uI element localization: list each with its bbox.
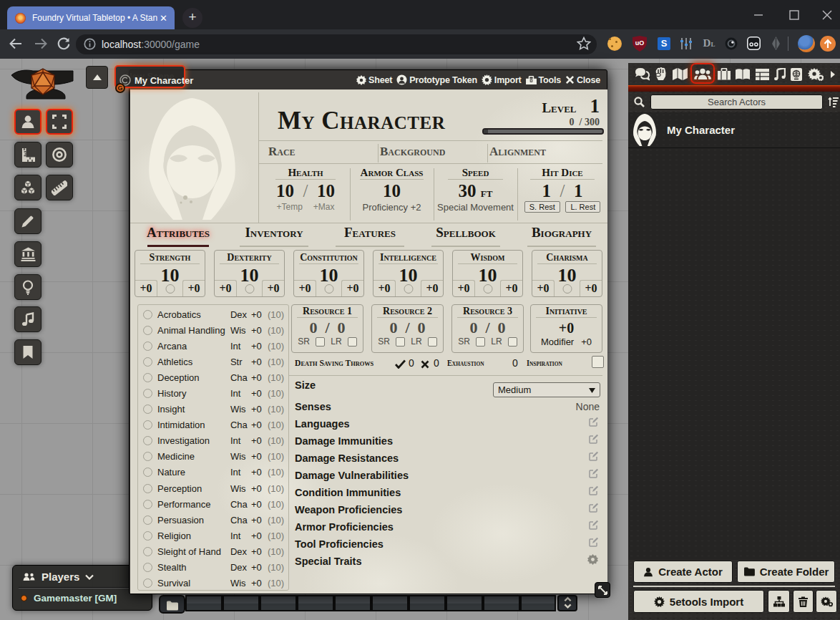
- svg-text:uO: uO: [635, 39, 645, 47]
